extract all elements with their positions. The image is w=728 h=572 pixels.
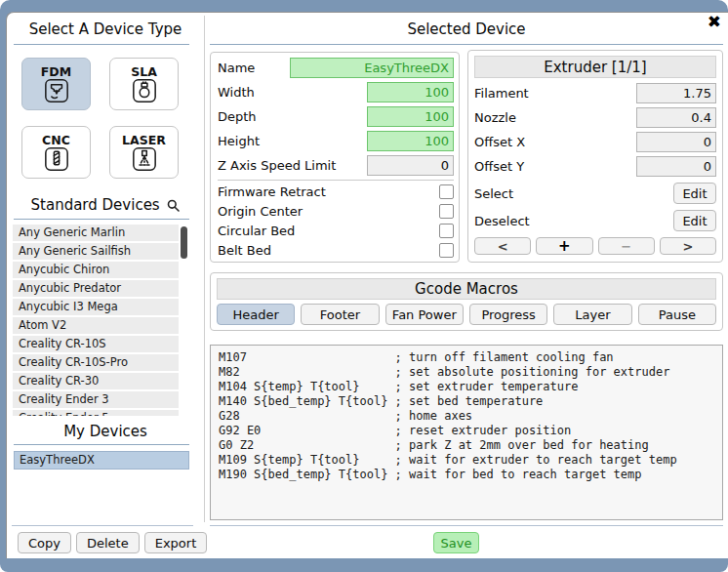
name-input[interactable]	[290, 58, 454, 78]
copy-button[interactable]: Copy	[18, 532, 71, 553]
standard-device-item[interactable]: Creality CR-10S	[13, 336, 179, 352]
tab-fan-power[interactable]: Fan Power	[385, 304, 464, 325]
gcode-editor[interactable]: M107 ; turn off filament cooling fan M82…	[210, 345, 723, 520]
save-button[interactable]: Save	[433, 532, 479, 553]
deselect-label: Deselect	[474, 214, 673, 228]
z-axis-speed-label: Z Axis Speed Limit	[218, 158, 367, 173]
prev-extruder-button[interactable]: <	[474, 237, 531, 255]
standard-device-item[interactable]: Any Generic Sailfish	[13, 243, 179, 260]
separator	[12, 525, 193, 526]
select-label: Select	[474, 186, 673, 201]
separator	[210, 525, 723, 526]
circular-bed-label: Circular Bed	[218, 224, 439, 238]
separator	[14, 219, 189, 220]
devices-dialog: Select A Device Type FDM SLA	[6, 12, 728, 558]
origin-center-label: Origin Center	[218, 204, 439, 219]
fdm-label: FDM	[41, 65, 71, 78]
panel-divider	[204, 16, 205, 522]
device-list-scrollbar[interactable]	[181, 226, 187, 259]
device-type-fdm-button[interactable]: FDM	[21, 58, 91, 110]
extruder-panel: Extruder [1/1] Filament Nozzle Offset X …	[467, 50, 723, 263]
z-axis-speed-row: Z Axis Speed Limit	[218, 155, 454, 176]
standard-device-item[interactable]: Creality CR-10S-Pro	[13, 354, 179, 371]
close-icon[interactable]: ✖	[708, 11, 721, 32]
gcode-macros-header: Gcode Macros	[217, 278, 716, 300]
separator	[14, 444, 189, 445]
standard-device-item[interactable]: Atom V2	[13, 317, 179, 334]
extruder-nav: < + − >	[474, 237, 716, 255]
standard-device-item[interactable]: Any Generic Marlin	[13, 225, 179, 241]
offset-x-label: Offset X	[474, 135, 636, 149]
select-row: Select Edit	[474, 183, 716, 204]
name-row: Name	[218, 58, 454, 78]
nozzle-row: Nozzle	[474, 107, 716, 128]
standard-device-item[interactable]: Anycubic I3 Mega	[13, 299, 179, 315]
tab-layer[interactable]: Layer	[553, 304, 631, 325]
z-axis-speed-input[interactable]	[367, 155, 454, 176]
tab-footer[interactable]: Footer	[301, 304, 379, 325]
height-row: Height	[218, 131, 454, 151]
laser-icon	[132, 146, 157, 172]
offset-x-row: Offset X	[474, 132, 716, 152]
deselect-edit-button[interactable]: Edit	[673, 210, 716, 231]
width-label: Width	[218, 85, 367, 100]
standard-devices-title-text: Standard Devices	[31, 196, 160, 214]
filament-input[interactable]	[636, 83, 716, 103]
fdm-icon	[44, 78, 69, 103]
tab-pause[interactable]: Pause	[638, 304, 716, 325]
remove-extruder-button[interactable]: −	[598, 237, 655, 255]
magnifier-icon[interactable]	[167, 199, 180, 212]
standard-device-item[interactable]: Creality CR-30	[13, 373, 179, 389]
filament-label: Filament	[474, 86, 636, 101]
separator	[210, 44, 723, 45]
height-input[interactable]	[367, 131, 454, 151]
delete-button[interactable]: Delete	[76, 532, 140, 553]
select-edit-button[interactable]: Edit	[673, 183, 716, 204]
my-device-item-easythreedx[interactable]: EasyThreeDX	[14, 451, 189, 470]
gcode-macro-tabs: Header Footer Fan Power Progress Layer P…	[217, 304, 716, 325]
device-type-title: Select A Device Type	[7, 20, 204, 38]
standard-device-item[interactable]: Anycubic Predator	[13, 280, 179, 297]
device-type-sla-button[interactable]: SLA	[109, 58, 179, 110]
nozzle-input[interactable]	[636, 107, 716, 128]
standard-device-item[interactable]: Creality Ender 3	[13, 391, 179, 408]
sla-icon	[132, 78, 157, 103]
standard-device-item[interactable]: Anycubic Chiron	[13, 262, 179, 278]
tab-header[interactable]: Header	[217, 304, 295, 325]
belt-bed-checkbox[interactable]	[439, 243, 454, 258]
gcode-macros-panel: Gcode Macros Header Footer Fan Power Pro…	[210, 272, 723, 331]
my-devices-actions: Copy Delete Export	[18, 532, 207, 553]
height-label: Height	[218, 134, 367, 148]
name-label: Name	[218, 61, 290, 75]
my-devices-list: EasyThreeDX	[14, 451, 189, 523]
origin-center-checkbox[interactable]	[439, 204, 454, 219]
next-extruder-button[interactable]: >	[660, 237, 716, 255]
my-devices-title: My Devices	[7, 423, 204, 440]
separator	[218, 180, 454, 181]
depth-row: Depth	[218, 106, 454, 127]
offset-y-input[interactable]	[636, 156, 716, 177]
offset-y-label: Offset Y	[474, 159, 636, 174]
firmware-retract-row: Firmware Retract	[218, 184, 454, 200]
export-button[interactable]: Export	[144, 532, 208, 553]
standard-devices-title: Standard Devices	[7, 196, 204, 214]
belt-bed-row: Belt Bed	[218, 242, 454, 259]
firmware-retract-checkbox[interactable]	[439, 184, 454, 199]
add-extruder-button[interactable]: +	[536, 237, 592, 255]
depth-input[interactable]	[367, 106, 454, 127]
offset-x-input[interactable]	[636, 132, 716, 152]
device-type-laser-button[interactable]: LASER	[109, 126, 179, 179]
width-input[interactable]	[367, 82, 454, 102]
depth-label: Depth	[218, 109, 367, 124]
circular-bed-row: Circular Bed	[218, 223, 454, 239]
separator	[14, 44, 189, 45]
width-row: Width	[218, 82, 454, 102]
belt-bed-label: Belt Bed	[218, 243, 439, 258]
tab-progress[interactable]: Progress	[469, 304, 547, 325]
device-type-cnc-button[interactable]: CNC	[21, 126, 91, 179]
sla-label: SLA	[131, 65, 157, 78]
circular-bed-checkbox[interactable]	[439, 224, 454, 238]
laser-label: LASER	[122, 134, 166, 146]
standard-device-item[interactable]: Creality Ender 5	[13, 410, 179, 416]
filament-row: Filament	[474, 83, 716, 103]
